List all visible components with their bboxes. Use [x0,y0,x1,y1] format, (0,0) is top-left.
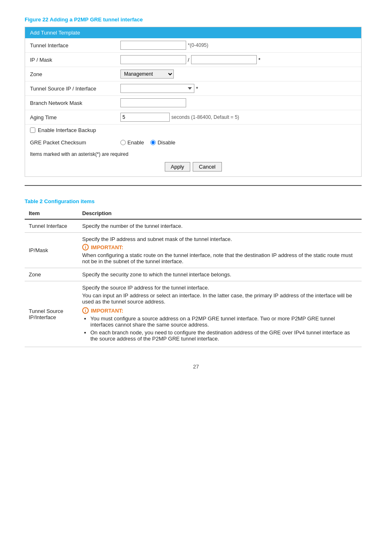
bullet-item: On each branch node, you need to configu… [90,329,357,342]
section-divider [25,185,362,186]
tunnel-source-field: * [120,84,356,93]
desc-tunnel-source: Specify the source IP address for the tu… [78,281,362,347]
tunnel-source-required: * [196,86,198,92]
ip-mask-important-note: When configuring a static route on the t… [82,252,357,264]
desc-ip-mask: Specify the IP address and subnet mask o… [78,233,362,268]
gre-enable-option[interactable]: Enable [120,139,144,146]
zone-field: Management [120,70,356,79]
mask-input[interactable] [191,55,257,64]
important-text-ip: IMPORTANT: [91,244,123,250]
enable-backup-checkbox[interactable] [30,127,35,133]
form-header: Add Tunnel Template [25,27,361,38]
gre-checksum-field: Enable Disable [120,139,356,146]
branch-network-field [120,98,356,107]
page-number: 27 [25,364,367,370]
tunnel-source-row: Tunnel Source IP / Interface * [25,81,361,96]
gre-disable-radio[interactable] [150,140,156,145]
desc-tunnel-interface: Specify the number of the tunnel interfa… [78,219,362,233]
table-row: Tunnel Interface Specify the number of t… [25,219,362,233]
asterisk-note: Items marked with an asterisk(*) are req… [25,149,361,159]
gre-disable-label: Disable [157,139,175,146]
bullet-item: You must configure a source address on a… [90,315,357,328]
tunnel-interface-hint: *(0-4095) [188,42,208,48]
cancel-button[interactable]: Cancel [193,162,221,171]
col-item: Item [25,208,78,219]
tunnel-interface-row: Tunnel Interface *(0-4095) [25,38,361,53]
tunnel-source-bullets: You must configure a source address on a… [90,315,357,342]
ip-mask-field: / * [120,55,356,64]
gre-enable-radio[interactable] [120,140,126,145]
important-icon-ts: i [82,307,89,314]
enable-backup-row: Enable Interface Backup [25,125,361,136]
enable-backup-label: Enable Interface Backup [38,127,96,133]
button-row: Apply Cancel [25,159,361,176]
aging-time-input[interactable] [120,113,170,122]
col-description: Description [78,208,362,219]
gre-checksum-row: GRE Packet Checksum Enable Disable [25,136,361,149]
branch-network-input[interactable] [120,98,186,107]
table-row: Tunnel Source IP/Interface Specify the s… [25,281,362,347]
aging-time-row: Aging Time seconds (1-86400, Default = 5… [25,110,361,125]
figure-title: Figure 22 Adding a P2MP GRE tunnel inter… [25,16,367,23]
zone-select[interactable]: Management [120,70,174,79]
tunnel-source-select[interactable] [120,84,194,93]
important-label-ip: i IMPORTANT: [82,244,357,250]
tunnel-source-desc2: You can input an IP address or select an… [82,292,357,305]
table-row: IP/Mask Specify the IP address and subne… [25,233,362,268]
zone-row: Zone Management [25,67,361,81]
tunnel-interface-label: Tunnel Interface [30,42,120,49]
aging-time-label: Aging Time [30,114,120,121]
aging-time-hint: seconds (1-86400, Default = 5) [171,114,239,120]
item-tunnel-source: Tunnel Source IP/Interface [25,281,78,347]
tunnel-source-desc1: Specify the source IP address for the tu… [82,285,357,291]
apply-button[interactable]: Apply [165,162,191,171]
ip-separator: / [188,57,189,63]
branch-network-label: Branch Network Mask [30,100,120,106]
important-text-ts: IMPORTANT: [91,308,123,314]
tunnel-interface-input[interactable] [120,41,186,50]
tunnel-interface-field: *(0-4095) [120,41,356,50]
config-table: Item Description Tunnel Interface Specif… [25,208,362,347]
item-zone: Zone [25,268,78,281]
item-tunnel-interface: Tunnel Interface [25,219,78,233]
aging-time-field: seconds (1-86400, Default = 5) [120,113,356,122]
mask-required: * [258,57,261,63]
ip-mask-desc-text: Specify the IP address and subnet mask o… [82,236,357,242]
important-icon-ip: i [82,244,89,250]
table-row: Zone Specify the security zone to which … [25,268,362,281]
item-ip-mask: IP/Mask [25,233,78,268]
gre-enable-label: Enable [127,139,144,146]
desc-zone: Specify the security zone to which the t… [78,268,362,281]
ip-mask-label: IP / Mask [30,57,120,63]
table-title: Table 2 Configuration items [25,198,367,204]
branch-network-row: Branch Network Mask [25,96,361,110]
tunnel-source-label: Tunnel Source IP / Interface [30,86,120,92]
important-label-ts: i IMPORTANT: [82,307,357,314]
ip-mask-row: IP / Mask / * [25,53,361,67]
zone-label: Zone [30,71,120,77]
gre-disable-option[interactable]: Disable [150,139,175,146]
gre-checksum-label: GRE Packet Checksum [30,139,120,146]
form-container: Add Tunnel Template Tunnel Interface *(0… [25,27,362,177]
ip-input[interactable] [120,55,186,64]
